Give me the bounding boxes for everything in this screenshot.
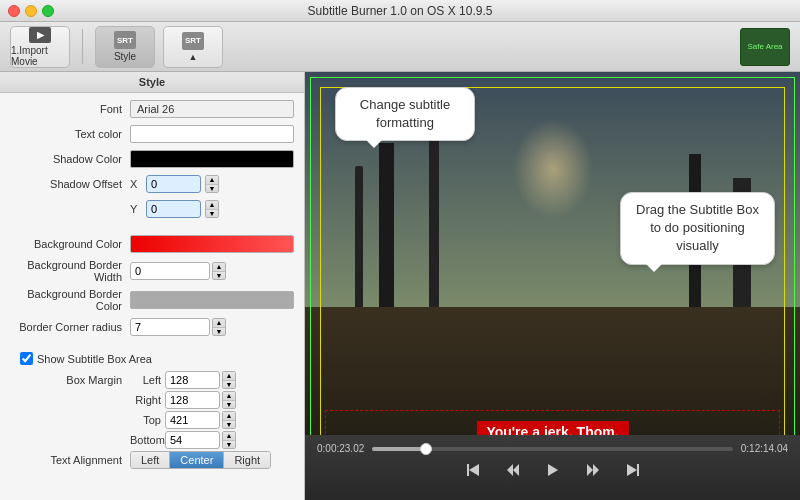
- safe-area-button[interactable]: Safe Area: [740, 28, 790, 66]
- safe-area-label: Safe Area: [747, 42, 782, 52]
- play-button[interactable]: [541, 460, 565, 480]
- show-subtitle-box-checkbox[interactable]: [20, 352, 33, 365]
- box-margin-bottom-row: Bottom ▲ ▼: [10, 430, 294, 450]
- main-area: Style Font Arial 26 Text color Shadow Co…: [0, 72, 800, 500]
- shadow-offset-label: Shadow Offset: [10, 178, 130, 190]
- margin-bottom-input[interactable]: [165, 431, 220, 449]
- bg-border-color-label: Background Border Color: [10, 288, 130, 312]
- border-radius-label: Border Corner radius: [10, 321, 130, 333]
- bg-border-width-row: Background Border Width ▲ ▼: [10, 259, 294, 283]
- align-left-button[interactable]: Left: [131, 452, 170, 468]
- margin-top-stepper[interactable]: ▲ ▼: [222, 411, 236, 429]
- bg-color-row: Background Color: [10, 234, 294, 254]
- bottom-label: Bottom: [130, 434, 165, 446]
- svg-marker-1: [469, 464, 479, 476]
- border-radius-input[interactable]: [130, 318, 210, 336]
- shadow-x-up[interactable]: ▲: [206, 176, 218, 185]
- zoom-button[interactable]: [42, 5, 54, 17]
- top-label: Top: [130, 414, 165, 426]
- skip-to-start-button[interactable]: [461, 460, 485, 480]
- bg-border-width-stepper[interactable]: ▲ ▼: [212, 262, 226, 280]
- box-margin-top-row: Top ▲ ▼: [10, 410, 294, 430]
- bg-border-width-down[interactable]: ▼: [213, 272, 225, 280]
- progress-fill: [372, 447, 426, 451]
- bg-border-width-up[interactable]: ▲: [213, 263, 225, 272]
- time-current: 0:00:23.02: [317, 443, 364, 454]
- font-value[interactable]: Arial 26: [130, 100, 294, 118]
- shadow-x-stepper[interactable]: ▲ ▼: [205, 175, 219, 193]
- scene-glow: [513, 119, 593, 219]
- svg-marker-4: [548, 464, 558, 476]
- align-center-button[interactable]: Center: [170, 452, 224, 468]
- box-margin-left-row: Box Margin Left ▲ ▼: [10, 370, 294, 390]
- close-button[interactable]: [8, 5, 20, 17]
- bg-color-label: Background Color: [10, 238, 130, 250]
- svg-marker-0: [467, 464, 469, 476]
- rewind-button[interactable]: [501, 460, 525, 480]
- toolbar: ▶ 1.Import Movie SRT Style SRT ▲ Safe Ar…: [0, 22, 800, 72]
- bg-color-swatch[interactable]: [130, 235, 294, 253]
- shadow-color-label: Shadow Color: [10, 153, 130, 165]
- bg-border-color-swatch[interactable]: [130, 291, 294, 309]
- svg-marker-8: [637, 464, 639, 476]
- bg-border-width-input[interactable]: [130, 262, 210, 280]
- svg-marker-5: [587, 464, 593, 476]
- text-color-swatch[interactable]: [130, 125, 294, 143]
- shadow-y-up[interactable]: ▲: [206, 201, 218, 210]
- align-right-button[interactable]: Right: [224, 452, 270, 468]
- font-label: Font: [10, 103, 130, 115]
- margin-bottom-stepper[interactable]: ▲ ▼: [222, 431, 236, 449]
- style-button[interactable]: SRT Style: [95, 26, 155, 68]
- bg-border-color-row: Background Border Color: [10, 288, 294, 312]
- shadow-y-stepper[interactable]: ▲ ▼: [205, 200, 219, 218]
- text-color-row: Text color: [10, 124, 294, 144]
- box-margin-right-row: Right ▲ ▼: [10, 390, 294, 410]
- shadow-x-input[interactable]: [146, 175, 201, 193]
- margin-left-stepper[interactable]: ▲ ▼: [222, 371, 236, 389]
- border-radius-down[interactable]: ▼: [213, 328, 225, 336]
- speech-bubble-1: Change subtitle formatting: [335, 87, 475, 141]
- svg-marker-7: [627, 464, 637, 476]
- text-alignment-row: Text Alignment Left Center Right: [10, 450, 294, 470]
- svg-marker-2: [513, 464, 519, 476]
- show-subtitle-box-row: Show Subtitle Box Area: [10, 352, 294, 365]
- srt-button[interactable]: SRT ▲: [163, 26, 223, 68]
- import-movie-button[interactable]: ▶ 1.Import Movie: [10, 26, 70, 68]
- font-row: Font Arial 26: [10, 99, 294, 119]
- box-margin-label: Box Margin: [10, 374, 130, 386]
- window-title: Subtitle Burner 1.0 on OS X 10.9.5: [308, 4, 493, 18]
- show-subtitle-box-label: Show Subtitle Box Area: [37, 353, 152, 365]
- shadow-color-swatch[interactable]: [130, 150, 294, 168]
- import-icon: ▶: [29, 27, 51, 43]
- shadow-offset-x-row: Shadow Offset X ▲ ▼: [10, 174, 294, 194]
- form-area: Font Arial 26 Text color Shadow Color Sh…: [0, 93, 304, 500]
- minimize-button[interactable]: [25, 5, 37, 17]
- shadow-y-down[interactable]: ▼: [206, 210, 218, 218]
- margin-right-input[interactable]: [165, 391, 220, 409]
- srt-label: ▲: [189, 52, 198, 62]
- tower-2: [379, 143, 394, 308]
- shadow-y-input[interactable]: [146, 200, 201, 218]
- border-radius-stepper[interactable]: ▲ ▼: [212, 318, 226, 336]
- right-label: Right: [130, 394, 165, 406]
- margin-top-input[interactable]: [165, 411, 220, 429]
- panel-header: Style: [0, 72, 304, 93]
- bubble-2-text: Drag the Subtitle Box to do positioning …: [636, 202, 759, 253]
- alignment-button-group: Left Center Right: [130, 451, 271, 469]
- fast-forward-button[interactable]: [581, 460, 605, 480]
- controls-row: [305, 456, 800, 484]
- shadow-x-down[interactable]: ▼: [206, 185, 218, 193]
- border-radius-up[interactable]: ▲: [213, 319, 225, 328]
- progress-thumb: [420, 443, 432, 455]
- y-label: Y: [130, 203, 142, 215]
- margin-right-stepper[interactable]: ▲ ▼: [222, 391, 236, 409]
- import-label: 1.Import Movie: [11, 45, 69, 67]
- bubble-1-text: Change subtitle formatting: [360, 97, 450, 130]
- progress-track[interactable]: [372, 447, 732, 451]
- divider-1: [10, 224, 294, 234]
- divider-2: [10, 342, 294, 352]
- skip-to-end-button[interactable]: [621, 460, 645, 480]
- style-icon: SRT: [114, 31, 136, 49]
- bg-border-width-label: Background Border Width: [10, 259, 130, 283]
- margin-left-input[interactable]: [165, 371, 220, 389]
